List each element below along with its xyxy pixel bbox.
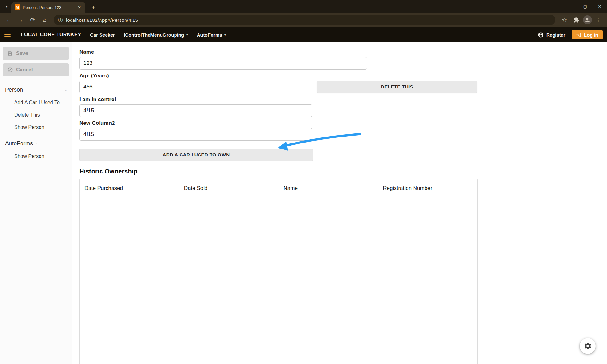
close-button[interactable]: ✕: [592, 0, 607, 13]
window-controls: – ▢ ✕: [563, 0, 607, 13]
column-header-date-purchased[interactable]: Date Purchased: [80, 179, 179, 197]
minimize-button[interactable]: –: [563, 0, 578, 13]
app-navbar: LOCAL CORE TURNKEY Car Seeker IControlTh…: [0, 27, 607, 42]
chevron-down-icon: ▾: [224, 33, 226, 37]
table-header-row: Date Purchased Date Sold Name Registrati…: [80, 179, 477, 197]
url-bar[interactable]: ⓘ localhost:8182/App#/Person/4!15: [54, 15, 555, 25]
historic-ownership-heading: Historic Ownership: [79, 168, 607, 175]
sidebar-item-show-person-autoforms[interactable]: Show Person: [9, 150, 69, 162]
app-brand[interactable]: LOCAL CORE TURNKEY: [21, 32, 81, 38]
nav-item-label: IControlTheMenuGrouping: [124, 32, 184, 38]
cancel-label: Cancel: [16, 67, 33, 73]
browser-tabstrip: ▾ M Person : Person: 123 ✕ + – ▢ ✕: [0, 0, 607, 13]
cancel-button[interactable]: Cancel: [3, 63, 69, 76]
nav-item-label: Car Seeker: [90, 32, 115, 38]
section-title: Person: [5, 87, 23, 93]
field-new-column2: New Column2: [79, 120, 607, 141]
account-circle-icon: [538, 32, 544, 38]
save-label: Save: [16, 51, 28, 56]
column-header-date-sold[interactable]: Date Sold: [179, 179, 279, 197]
sidebar-item-show-person[interactable]: Show Person: [9, 121, 69, 133]
extensions-icon[interactable]: [571, 15, 582, 25]
new-column2-label: New Column2: [79, 120, 607, 126]
nav-item-car-seeker[interactable]: Car Seeker: [90, 32, 115, 38]
sidebar-section-autoforms[interactable]: AutoForms -: [3, 133, 69, 150]
historic-ownership-table: Date Purchased Date Sold Name Registrati…: [79, 179, 478, 364]
field-age: Age (Years): [79, 73, 312, 93]
hamburger-menu-icon[interactable]: [4, 31, 12, 39]
home-button[interactable]: ⌂: [39, 15, 50, 25]
sidebar: Save Cancel Person - Add A Car I Used To…: [0, 42, 72, 364]
new-column2-input[interactable]: [79, 128, 312, 141]
browser-tab[interactable]: M Person : Person: 123 ✕: [11, 2, 85, 13]
url-text[interactable]: localhost:8182/App#/Person/4!15: [66, 17, 138, 23]
column-header-name[interactable]: Name: [279, 179, 378, 197]
bookmark-star-icon[interactable]: ☆: [559, 15, 570, 25]
delete-this-button[interactable]: DELETE THIS: [317, 81, 477, 93]
back-button[interactable]: ←: [3, 15, 14, 25]
register-label: Register: [546, 32, 565, 38]
maximize-button[interactable]: ▢: [578, 0, 592, 13]
sidebar-autoforms-items: Show Person: [9, 150, 69, 162]
browser-toolbar: ← → ⟳ ⌂ ⓘ localhost:8182/App#/Person/4!1…: [0, 13, 607, 27]
new-tab-button[interactable]: +: [88, 2, 99, 13]
field-name: Name: [79, 49, 607, 70]
tab-favicon: M: [15, 4, 20, 10]
main-content: Name Age (Years) DELETE THIS I am in con…: [72, 42, 607, 364]
puzzle-icon: [573, 17, 579, 23]
nav-item-label: AutoForms: [197, 32, 222, 38]
page-body: Save Cancel Person - Add A Car I Used To…: [0, 42, 607, 364]
tab-search-icon[interactable]: ▾: [2, 0, 11, 13]
gear-icon: [584, 342, 592, 350]
chevron-down-icon: ▾: [186, 33, 188, 37]
settings-fab-button[interactable]: [580, 338, 596, 354]
cancel-icon: [7, 67, 13, 73]
add-a-car-i-used-to-own-button[interactable]: ADD A CAR I USED TO OWN: [79, 149, 313, 161]
sidebar-section-person[interactable]: Person -: [3, 80, 69, 96]
login-icon: [576, 32, 581, 38]
tab-title: Person : Person: 123: [23, 5, 74, 10]
profile-avatar[interactable]: [583, 15, 592, 24]
save-button[interactable]: Save: [3, 47, 69, 60]
sidebar-item-delete-this[interactable]: Delete This: [9, 109, 69, 121]
i-am-in-control-label: I am in control: [79, 96, 607, 103]
field-i-am-in-control: I am in control: [79, 96, 607, 117]
section-title: AutoForms: [5, 140, 33, 147]
sidebar-item-add-a-car[interactable]: Add A Car I Used To Own...: [9, 96, 69, 109]
name-input[interactable]: [79, 57, 367, 70]
table-body-empty: [80, 197, 477, 364]
field-row-age: Age (Years) DELETE THIS: [79, 73, 607, 93]
reload-button[interactable]: ⟳: [27, 15, 38, 25]
name-label: Name: [79, 49, 607, 55]
nav-item-icontrolthemenugrouping[interactable]: IControlTheMenuGrouping ▾: [124, 32, 188, 38]
site-info-icon[interactable]: ⓘ: [58, 17, 63, 23]
age-input[interactable]: [79, 81, 312, 93]
navbar-right: Register Log in: [538, 30, 603, 39]
browser-menu-icon[interactable]: ⋮: [593, 15, 604, 25]
sidebar-person-items: Add A Car I Used To Own... Delete This S…: [9, 96, 69, 133]
profile-person-icon: [584, 17, 591, 23]
collapse-indicator: -: [65, 87, 67, 93]
column-header-registration-number[interactable]: Registration Number: [378, 179, 477, 197]
age-label: Age (Years): [79, 73, 312, 79]
forward-button[interactable]: →: [15, 15, 26, 25]
register-button[interactable]: Register: [538, 32, 565, 38]
tab-close-icon[interactable]: ✕: [77, 4, 82, 10]
i-am-in-control-input[interactable]: [79, 104, 312, 117]
nav-item-autoforms[interactable]: AutoForms ▾: [197, 32, 226, 38]
login-button[interactable]: Log in: [572, 30, 603, 39]
collapse-indicator: -: [35, 141, 37, 147]
save-icon: [7, 51, 13, 56]
login-label: Log in: [584, 32, 598, 38]
